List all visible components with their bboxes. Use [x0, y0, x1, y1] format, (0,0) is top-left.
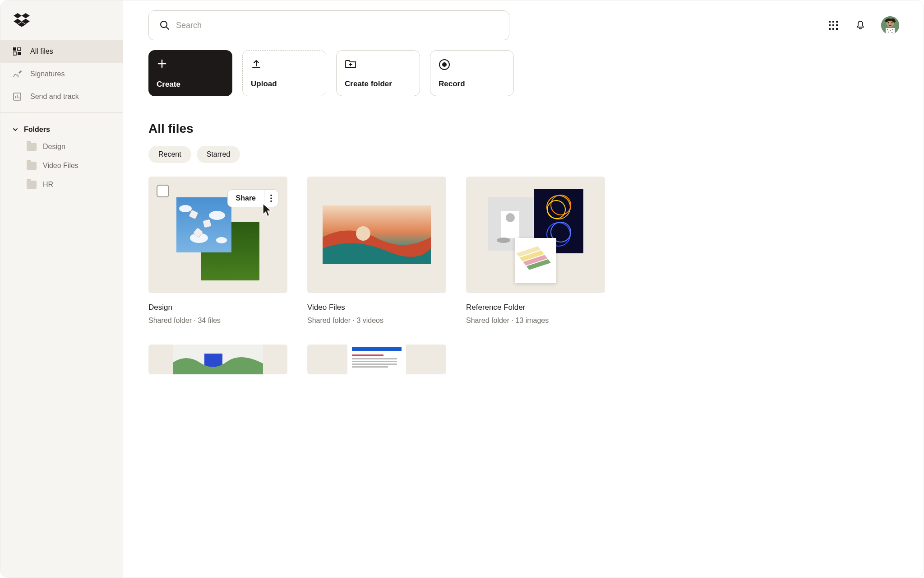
svg-point-35 [270, 195, 272, 196]
thumbnail [307, 177, 446, 293]
top-bar [148, 10, 899, 40]
svg-point-28 [179, 205, 192, 212]
thumbnail: Share [148, 177, 287, 293]
thumbnail [307, 345, 446, 374]
chart-icon [12, 92, 22, 102]
file-grid: Share Design Shared folder · 34 files [148, 177, 899, 325]
select-checkbox[interactable] [157, 185, 169, 197]
create-button[interactable]: Create [148, 50, 232, 96]
svg-rect-12 [829, 28, 831, 30]
svg-point-21 [890, 30, 891, 31]
svg-rect-9 [829, 24, 831, 26]
folder-label: Design [43, 143, 65, 151]
grid-icon [12, 47, 22, 56]
file-subtitle: Shared folder · 34 files [148, 317, 287, 325]
sidebar-folder-hr[interactable]: HR [0, 175, 123, 194]
action-row: Create Upload Create folder Record [148, 50, 899, 96]
thumbnail [466, 177, 605, 293]
share-button[interactable]: Share [227, 189, 264, 207]
svg-point-43 [497, 238, 510, 243]
file-subtitle: Shared folder · 3 videos [307, 317, 446, 325]
svg-rect-59 [352, 354, 383, 356]
file-title: Reference Folder [466, 303, 605, 312]
file-card[interactable] [307, 345, 446, 374]
svg-rect-3 [18, 52, 21, 55]
record-button[interactable]: Record [430, 50, 514, 96]
svg-rect-7 [832, 21, 834, 23]
svg-rect-14 [836, 28, 838, 30]
action-label: Create folder [345, 79, 411, 89]
sidebar-item-send-and-track[interactable]: Send and track [0, 85, 123, 108]
search-input[interactable] [176, 21, 498, 30]
upload-icon [251, 59, 263, 70]
chevron-down-icon [12, 126, 18, 133]
svg-rect-2 [13, 52, 16, 55]
svg-point-42 [506, 213, 515, 222]
svg-point-20 [887, 29, 888, 30]
signature-icon [12, 69, 22, 79]
sidebar-folder-video-files[interactable]: Video Files [0, 156, 123, 175]
sidebar-item-signatures[interactable]: Signatures [0, 63, 123, 85]
upload-button[interactable]: Upload [242, 50, 326, 96]
sidebar-item-all-files[interactable]: All files [0, 40, 123, 63]
nav: All files Signatures Send and track [0, 40, 123, 108]
svg-rect-13 [832, 28, 834, 30]
svg-rect-63 [352, 366, 388, 368]
folders-label: Folders [24, 126, 50, 134]
create-folder-button[interactable]: Create folder [336, 50, 420, 96]
filter-chips: Recent Starred [148, 146, 899, 163]
svg-rect-60 [352, 358, 397, 359]
folders-toggle[interactable]: Folders [0, 122, 123, 137]
sidebar-item-label: All files [30, 47, 53, 56]
folder-plus-icon [345, 59, 356, 70]
chip-recent[interactable]: Recent [148, 146, 191, 163]
sidebar-item-label: Send and track [30, 93, 79, 101]
svg-rect-8 [836, 21, 838, 23]
svg-rect-11 [836, 24, 838, 26]
sidebar: All files Signatures Send and track Fold… [0, 0, 123, 578]
folder-label: HR [43, 181, 53, 189]
folder-icon [27, 162, 37, 170]
more-vertical-icon [270, 194, 273, 202]
svg-point-36 [270, 197, 272, 199]
svg-rect-6 [829, 21, 831, 23]
svg-rect-62 [352, 364, 397, 365]
file-subtitle: Shared folder · 13 images [466, 317, 605, 325]
folder-label: Video Files [43, 162, 79, 170]
file-title: Design [148, 303, 287, 312]
action-label: Record [439, 79, 505, 89]
file-card-video-files[interactable]: Video Files Shared folder · 3 videos [307, 177, 446, 325]
logo-area [0, 0, 123, 40]
thumbnail-image [176, 197, 231, 252]
svg-point-22 [892, 29, 893, 30]
action-label: Upload [251, 79, 318, 89]
file-card-reference-folder[interactable]: Reference Folder Shared folder · 13 imag… [466, 177, 605, 325]
divider [0, 112, 123, 113]
thumbnail-image [515, 238, 556, 283]
search-box[interactable] [148, 10, 509, 40]
svg-rect-10 [832, 24, 834, 26]
sidebar-folder-design[interactable]: Design [0, 137, 123, 156]
file-card[interactable] [148, 345, 287, 374]
svg-rect-61 [352, 361, 397, 362]
cursor-icon [261, 203, 274, 217]
sidebar-item-label: Signatures [30, 70, 65, 78]
plus-icon [157, 58, 168, 70]
svg-point-23 [888, 32, 889, 33]
svg-point-18 [892, 22, 893, 23]
svg-point-29 [209, 211, 225, 220]
svg-rect-1 [18, 47, 21, 51]
thumbnail [148, 345, 287, 374]
page-title: All files [148, 121, 899, 136]
file-card-design[interactable]: Share Design Shared folder · 34 files [148, 177, 287, 325]
notifications-bell-icon[interactable] [854, 19, 867, 32]
svg-point-39 [356, 226, 370, 241]
chip-starred[interactable]: Starred [197, 146, 240, 163]
svg-point-24 [892, 32, 892, 33]
apps-grid-icon[interactable] [827, 19, 840, 32]
svg-point-37 [270, 200, 272, 202]
record-icon [439, 59, 450, 70]
folder-icon [27, 143, 37, 151]
avatar[interactable] [881, 16, 899, 34]
dropbox-logo-icon [13, 13, 123, 28]
